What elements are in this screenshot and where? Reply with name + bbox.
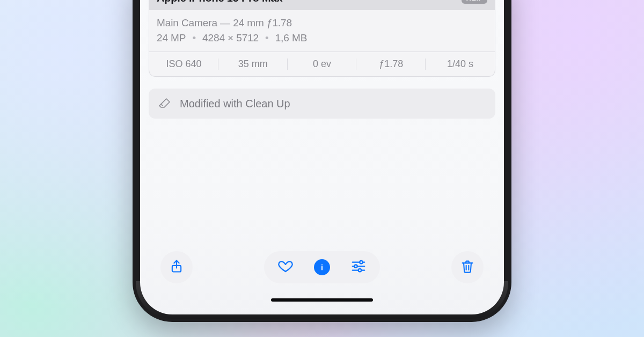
delete-button[interactable] xyxy=(451,251,484,283)
aperture-value: ƒ1.78 xyxy=(356,52,426,76)
heart-icon xyxy=(277,258,294,276)
image-specs-line: 24 MP • 4284 × 5712 • 1,6 MB xyxy=(157,31,487,46)
svg-point-8 xyxy=(358,269,362,272)
modified-with-cleanup-notice: Modified with Clean Up xyxy=(149,89,495,119)
shutter-speed-value: 1/40 s xyxy=(426,52,495,76)
screen: Apple iPhone 15 Pro Max HEIF Main Camera… xyxy=(140,0,504,314)
iso-value: ISO 640 xyxy=(149,52,218,76)
camera-lens-line: Main Camera — 24 mm ƒ1.78 xyxy=(157,16,487,31)
dimensions-value: 4284 × 5712 xyxy=(202,31,259,46)
camera-device-name: Apple iPhone 15 Pro Max xyxy=(157,0,282,4)
home-indicator[interactable] xyxy=(271,298,373,302)
toolbar-center-pill xyxy=(264,251,380,283)
iphone-device-frame: Apple iPhone 15 Pro Max HEIF Main Camera… xyxy=(133,0,511,322)
share-icon xyxy=(169,259,184,276)
favorite-button[interactable] xyxy=(274,255,297,279)
exposure-bias-value: 0 ev xyxy=(288,52,357,76)
info-icon xyxy=(314,259,330,275)
info-button[interactable] xyxy=(310,255,334,279)
bottom-toolbar xyxy=(140,251,504,314)
eraser-icon xyxy=(158,97,171,110)
megapixels-value: 24 MP xyxy=(157,31,186,46)
svg-point-2 xyxy=(321,264,323,265)
photo-info-card: Apple iPhone 15 Pro Max HEIF Main Camera… xyxy=(149,0,495,77)
sliders-icon xyxy=(350,258,367,276)
svg-point-4 xyxy=(360,261,363,264)
focal-length-value: 35 mm xyxy=(218,52,288,76)
adjust-button[interactable] xyxy=(347,255,370,279)
image-format-badge: HEIF xyxy=(462,0,487,4)
trash-icon xyxy=(460,259,475,276)
modified-notice-label: Modified with Clean Up xyxy=(180,98,290,110)
svg-point-6 xyxy=(354,265,357,268)
exif-stats-row: ISO 640 35 mm 0 ev ƒ1.78 1/40 s xyxy=(149,52,495,76)
file-size-value: 1,6 MB xyxy=(275,31,308,46)
share-button[interactable] xyxy=(160,251,193,283)
